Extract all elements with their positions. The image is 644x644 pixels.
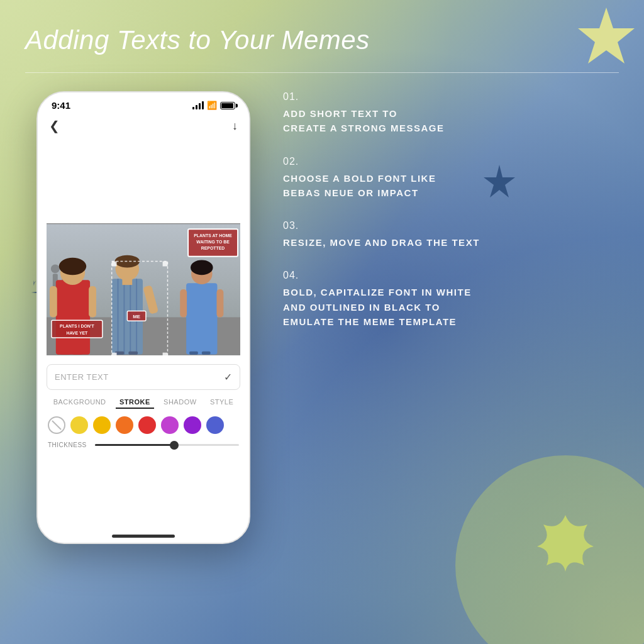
tab-stroke[interactable]: STROKE [116, 396, 154, 409]
step-2-text: CHOOSE A BOLD FONT LIKEBEBAS NEUE OR IMP… [283, 171, 619, 201]
step-2-number: 02. [283, 156, 619, 167]
svg-rect-13 [60, 352, 70, 355]
step-3-number: 03. [283, 220, 619, 231]
download-button[interactable]: ↓ [232, 119, 238, 133]
text-input-area: ENTER TEXT ✓ BACKGROUND STROKE SHADOW ST… [38, 355, 249, 455]
swatch-magenta[interactable] [161, 416, 179, 434]
step-1: 01. ADD SHORT TEXT TOCREATE A STRONG MES… [283, 91, 619, 136]
phone-mockup: 9:41 📶 ❮ ↓ [36, 91, 250, 544]
phone-frame: 9:41 📶 ❮ ↓ [36, 91, 250, 544]
swatch-none[interactable] [48, 416, 65, 434]
svg-rect-12 [89, 286, 96, 317]
svg-text:WAITING TO BE: WAITING TO BE [196, 240, 230, 244]
tab-style[interactable]: STYLE [206, 396, 237, 409]
svg-rect-25 [128, 352, 138, 355]
tab-background[interactable]: BACKGROUND [50, 396, 110, 409]
slider-thumb[interactable] [170, 441, 179, 450]
svg-point-28 [191, 260, 213, 275]
status-icons: 📶 [192, 101, 235, 110]
swatch-blue[interactable] [206, 416, 224, 434]
svg-rect-11 [50, 286, 57, 317]
step-2: 02. CHOOSE A BOLD FONT LIKEBEBAS NEUE OR… [283, 156, 619, 201]
svg-rect-29 [180, 289, 187, 317]
step-4: 04. BOLD, CAPITALIZE FONT IN WHITEAND OU… [283, 270, 619, 329]
confirm-icon[interactable]: ✓ [224, 371, 232, 383]
svg-rect-14 [72, 352, 82, 355]
thickness-slider[interactable] [95, 444, 239, 446]
back-button[interactable]: ❮ [49, 118, 60, 133]
swatch-yellow[interactable] [93, 416, 111, 434]
slider-fill [95, 444, 174, 446]
svg-text:PLANTS AT HOME: PLANTS AT HOME [194, 233, 232, 238]
status-time: 9:41 [52, 100, 70, 111]
step-4-number: 04. [283, 270, 619, 281]
svg-text:PLANTS I DON'T: PLANTS I DON'T [60, 324, 94, 328]
step-4-text: BOLD, CAPITALIZE FONT IN WHITEAND OUTLIN… [283, 285, 619, 329]
status-bar: 9:41 📶 [38, 92, 249, 116]
svg-text:REPOTTED: REPOTTED [201, 246, 225, 250]
steps-content: 01. ADD SHORT TEXT TOCREATE A STRONG MES… [283, 91, 619, 349]
swatch-purple[interactable] [184, 416, 201, 434]
svg-rect-47 [163, 262, 168, 267]
svg-text:ME: ME [133, 314, 140, 319]
step-3: 03. RESIZE, MOVE AND DRAG THE TEXT [283, 220, 619, 250]
tab-shadow[interactable]: SHADOW [160, 396, 201, 409]
star-bottom-right-icon [525, 512, 606, 594]
blob-bottom-right [455, 455, 644, 644]
page-title: Adding Texts to Your Memes [25, 25, 619, 55]
svg-rect-46 [112, 262, 117, 267]
color-swatches [47, 416, 240, 434]
svg-rect-32 [202, 352, 211, 355]
swatch-red[interactable] [138, 416, 156, 434]
svg-rect-30 [216, 289, 223, 317]
nav-bar: ❮ ↓ [38, 116, 249, 138]
swatch-yellow-light[interactable] [70, 416, 88, 434]
svg-rect-26 [186, 283, 217, 355]
text-input-placeholder[interactable]: ENTER TEXT [55, 372, 224, 382]
svg-rect-8 [56, 280, 90, 354]
swatch-orange[interactable] [116, 416, 133, 434]
svg-text:HAVE YET: HAVE YET [66, 331, 88, 335]
text-input-row[interactable]: ENTER TEXT ✓ [47, 364, 240, 390]
title-divider [25, 72, 619, 73]
battery-icon [220, 102, 235, 109]
text-tabs: BACKGROUND STROKE SHADOW STYLE [47, 396, 240, 409]
step-1-number: 01. [283, 91, 619, 103]
home-indicator [112, 535, 175, 538]
step-3-text: RESIZE, MOVE AND DRAG THE TEXT [283, 235, 619, 250]
wifi-icon: 📶 [207, 101, 217, 110]
step-1-text: ADD SHORT TEXT TOCREATE A STRONG MESSAGE [283, 106, 619, 136]
svg-point-5 [51, 265, 60, 274]
photo-space [38, 138, 249, 223]
svg-rect-31 [189, 352, 198, 355]
thickness-label: THICKNESS [48, 441, 89, 448]
svg-rect-48 [112, 353, 117, 355]
svg-rect-22 [122, 279, 132, 285]
svg-point-10 [59, 258, 86, 275]
signal-icon [192, 102, 204, 109]
svg-rect-49 [163, 353, 168, 355]
meme-image-area: PLANTS AT HOME WAITING TO BE REPOTTED ME… [47, 223, 240, 355]
meme-svg: PLANTS AT HOME WAITING TO BE REPOTTED ME… [47, 223, 240, 355]
thickness-row: THICKNESS [47, 441, 240, 448]
